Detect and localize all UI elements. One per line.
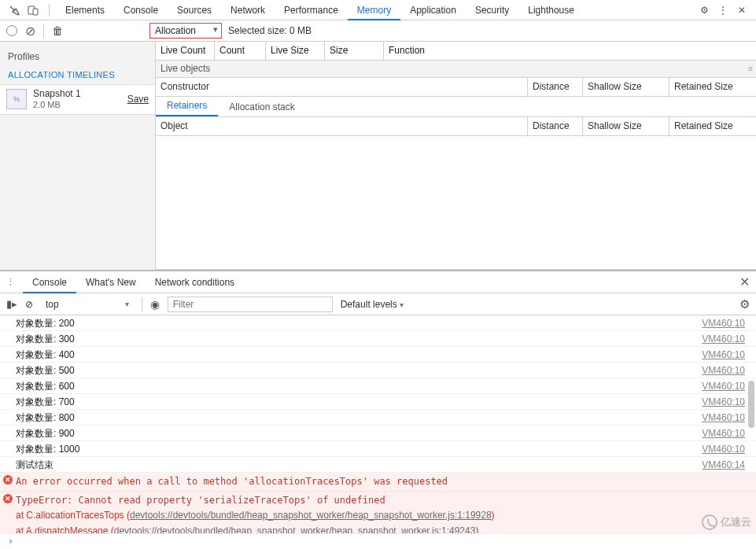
log-row[interactable]: 对象数量: 900VM460:10 [0,426,756,441]
col-retained[interactable]: Retained Size [669,78,756,96]
col-shallow[interactable]: Shallow Size [583,78,669,96]
log-levels-select[interactable]: Default levels [341,299,404,310]
constructor-columns: Constructor Distance Shallow Size Retain… [156,78,756,97]
log-row[interactable]: 对象数量: 400VM460:10 [0,347,756,363]
retainers-tabs: Retainers Allocation stack [156,97,756,117]
log-row[interactable]: 对象数量: 600VM460:10 [0,378,756,394]
trash-icon[interactable]: 🗑 [52,24,63,37]
device-icon[interactable] [27,4,39,17]
log-row[interactable]: 对象数量: 500VM460:10 [0,363,756,378]
snapshot-save-link[interactable]: Save [127,94,149,105]
log-row[interactable]: 对象数量: 300VM460:10 [0,331,756,347]
context-select[interactable]: top [41,297,134,311]
error-row[interactable]: ✕TypeError: Cannot read property 'serial… [0,492,756,533]
col-shallow2[interactable]: Shallow Size [583,117,669,135]
log-source-link[interactable]: VM460:10 [702,426,750,440]
profiles-sidebar: Profiles ALLOCATION TIMELINES % Snapshot… [0,42,156,270]
tab-application[interactable]: Application [400,0,466,20]
object-columns: Object Distance Shallow Size Retained Si… [156,117,756,136]
snapshot-title: Snapshot 1 [33,88,127,100]
log-source-link[interactable]: VM460:10 [702,410,750,425]
show-sidebar-icon[interactable]: ▮▸ [6,298,17,310]
tab-allocation-stack[interactable]: Allocation stack [218,98,305,116]
memory-toolbar: ⊘ 🗑 Allocation Selected size: 0 MB [0,20,756,42]
log-source-link[interactable]: VM460:10 [702,441,750,456]
tab-performance[interactable]: Performance [275,0,348,20]
stack-link[interactable]: devtools://devtools/bundled/heap_snapsho… [130,510,492,521]
col-constructor[interactable]: Constructor [156,78,528,96]
drawer-tabs: ⋮ ConsoleWhat's NewNetwork conditions ✕ [0,271,756,293]
console-log-area[interactable]: 对象数量: 200VM460:10对象数量: 300VM460:10对象数量: … [0,315,756,533]
error-icon: ✕ [3,494,13,503]
tab-console[interactable]: Console [114,0,168,20]
log-row[interactable]: 对象数量: 200VM460:10 [0,315,756,331]
error-row[interactable]: ✕An error occurred when a call to method… [0,473,756,492]
log-row[interactable]: 对象数量: 1000VM460:10 [0,441,756,457]
svg-rect-1 [33,9,38,15]
divider [49,4,50,17]
scrollbar[interactable] [748,315,754,533]
col-retained2[interactable]: Retained Size [669,117,756,135]
drawer-tab-console[interactable]: Console [23,271,76,293]
log-source-link[interactable]: VM460:10 [702,331,750,346]
divider [142,297,142,311]
error-icon: ✕ [3,475,13,485]
stack-link[interactable]: devtools://devtools/bundled/heap_snapsho… [114,525,476,533]
col-live-size[interactable]: Live Size [266,42,325,60]
tab-retainers[interactable]: Retainers [156,96,218,116]
live-expression-icon[interactable]: ◉ [150,298,160,311]
tab-network[interactable]: Network [221,0,275,20]
log-message: 对象数量: 1000 [16,441,702,456]
devtools-main-tabs: ElementsConsoleSourcesNetworkPerformance… [0,0,756,20]
inspect-icon[interactable] [8,4,20,17]
live-objects-label: Live objects [160,63,210,74]
kebab-icon[interactable]: ⋮ [717,4,729,17]
drawer-menu-icon[interactable]: ⋮ [6,277,15,287]
log-row[interactable]: 对象数量: 700VM460:10 [0,394,756,410]
col-distance2[interactable]: Distance [528,117,583,135]
snapshot-thumb-icon: % [6,89,27,109]
log-row[interactable]: 测试结束VM460:14 [0,457,756,473]
log-message: 对象数量: 300 [16,331,702,346]
col-object[interactable]: Object [156,117,528,135]
log-source-link[interactable]: VM460:10 [702,378,750,393]
log-source-link[interactable]: VM460:10 [702,394,750,409]
filter-input[interactable] [168,297,333,312]
col-live-count[interactable]: Live Count [156,42,215,60]
allocation-columns: Live Count Count Live Size Size Function [156,42,756,61]
clear-icon[interactable]: ⊘ [25,24,35,39]
log-message: 对象数量: 500 [16,363,702,378]
view-select[interactable]: Allocation [149,23,222,39]
menu-icon[interactable]: ≡ [748,64,751,73]
snapshot-item[interactable]: % Snapshot 1 2.0 MB Save [0,84,155,115]
col-count[interactable]: Count [215,42,266,60]
log-source-link[interactable]: VM460:10 [702,347,750,362]
snapshot-size: 2.0 MB [33,100,127,111]
gear-icon[interactable]: ⚙ [698,4,710,17]
tab-elements[interactable]: Elements [56,0,114,20]
live-objects-bar: Live objects ≡ [156,61,756,78]
col-function[interactable]: Function [384,42,756,60]
log-message: 对象数量: 700 [16,394,702,409]
drawer-tab-network-conditions[interactable]: Network conditions [146,271,244,293]
divider [43,24,44,38]
tab-lighthouse[interactable]: Lighthouse [518,0,584,20]
console-drawer: ⋮ ConsoleWhat's NewNetwork conditions ✕ … [0,270,756,549]
log-message: 测试结束 [16,457,702,472]
tab-sources[interactable]: Sources [168,0,221,20]
log-source-link[interactable]: VM460:10 [702,363,750,378]
drawer-close-icon[interactable]: ✕ [739,274,750,289]
log-row[interactable]: 对象数量: 800VM460:10 [0,410,756,426]
log-source-link[interactable]: VM460:14 [702,457,750,472]
clear-console-icon[interactable]: ⊘ [25,299,33,310]
col-distance[interactable]: Distance [528,78,583,96]
log-source-link[interactable]: VM460:10 [702,315,750,330]
close-icon[interactable]: ✕ [736,4,748,17]
console-settings-icon[interactable]: ⚙ [739,297,750,311]
drawer-tab-what-s-new[interactable]: What's New [76,271,146,293]
console-prompt[interactable]: › [0,533,756,549]
record-icon[interactable] [6,25,17,36]
tab-memory[interactable]: Memory [348,0,400,20]
col-size[interactable]: Size [325,42,384,60]
tab-security[interactable]: Security [466,0,518,20]
